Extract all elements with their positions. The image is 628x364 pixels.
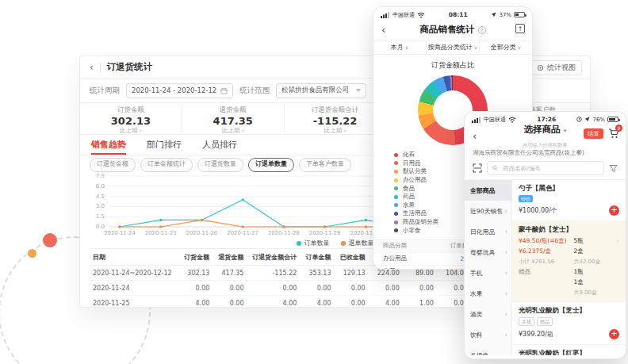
phone1-filter-2[interactable]: 按商品分类统计∨ (427, 40, 480, 54)
title-divider (100, 63, 101, 72)
sidebar-item-水果[interactable]: 水果› (465, 283, 511, 304)
tab-人员排行[interactable]: 人员排行 (202, 135, 237, 155)
product-item[interactable]: 勺子【黑色】特价¥1000.00/个+ (512, 180, 626, 221)
page-title: 订退货统计 (107, 61, 153, 73)
data-point (159, 219, 162, 221)
checkout-button[interactable]: 结算 (584, 128, 603, 139)
metric-pill[interactable]: 下单客户数量 (299, 158, 351, 172)
product-item[interactable]: 蒙牛酸奶【芝士】¥49.50/瓶(=6盒)5瓶›¥6.2375/盒2盒小计 ¥2… (512, 221, 626, 302)
product-item[interactable]: 光明乳业酸奶【芝士】多规赠品¥399.20/箱+ (512, 302, 626, 345)
y-tick-label: 6.0 (96, 183, 105, 190)
product-detail-row: 共9.00盒 (519, 289, 619, 297)
product-tag: 赠品 (537, 317, 553, 326)
sidebar-item-母婴玩具[interactable]: 母婴玩具› (465, 242, 511, 262)
phone1-filter-3[interactable]: 全部分类∨ (480, 40, 532, 54)
back-chevron-icon[interactable]: ‹ (473, 131, 477, 141)
sidebar-item-酒类[interactable]: 酒类› (465, 304, 511, 324)
add-product-button[interactable]: + (609, 205, 619, 216)
search-input[interactable] (501, 164, 599, 173)
back-chevron-icon[interactable]: ‹ (381, 25, 385, 35)
sidebar-item-label: 手机 (470, 269, 483, 278)
product-tags: 多规赠品 (519, 317, 619, 326)
sidebar-item-label: 近90天销售 (470, 207, 503, 216)
chevron-down-icon: ∨ (518, 44, 521, 50)
stat-card: 退货金额417.35比上期 - (182, 103, 285, 134)
chevron-right-icon: › (505, 331, 507, 339)
cellular-signal-icon (381, 12, 390, 18)
wifi-icon (417, 12, 425, 18)
wifi-icon (508, 117, 516, 123)
y-tick-label: 0.0 (96, 224, 105, 230)
y-tick-label: 3.0 (96, 203, 105, 209)
cellular-signal-icon (472, 117, 481, 123)
x-tick-label: 2020-11-29 (307, 230, 343, 236)
product-picker-body: 全部商品近90天销售›日化用品›母婴玩具›手机›水果›酒类›饮料›多规格小单位商… (465, 180, 626, 355)
stat-compare: 比上期 - (285, 127, 386, 135)
column-header: 订货金额 (178, 249, 213, 266)
chevron-down-icon: ▾ (564, 128, 567, 134)
metric-pill[interactable]: 订退货金额 (90, 158, 136, 172)
stat-compare-label: 比上期 (120, 127, 138, 134)
metric-pill[interactable]: 订退单数量 (248, 158, 294, 172)
chevron-right-icon[interactable]: › (613, 238, 619, 245)
legend-label: 退单数量 (349, 239, 374, 247)
y-tick-label: 4.5 (96, 193, 105, 200)
battery-icon (514, 12, 525, 17)
stat-card: 订退货金额合计-115.22比上期 - (285, 103, 387, 134)
scan-icon[interactable] (473, 163, 482, 173)
metric-pill[interactable]: 订单金额统计 (140, 158, 193, 172)
chevron-down-icon (356, 89, 361, 92)
location-arrow-icon (584, 117, 590, 122)
phone1-filter-1[interactable]: 本月∨ (373, 40, 427, 54)
share-icon[interactable]: ↑ (515, 24, 525, 33)
product-name: 蒙牛酸奶【芝士】 (519, 225, 619, 235)
product-tags: 特价 (519, 195, 619, 202)
detail-quantity: 1盒 (573, 278, 613, 286)
table-cell: 4.00 (178, 296, 213, 308)
chevron-down-icon: ∨ (474, 44, 477, 50)
statistics-view-button[interactable]: 统计视图 (530, 60, 582, 75)
detail-quantity: 共9.00盒 (573, 289, 613, 297)
back-icon[interactable]: ‹ (90, 62, 94, 73)
scope-select[interactable]: 松鼠拼拼食品有限公司 (276, 83, 366, 98)
stat-label: 退货金额 (182, 105, 284, 115)
sidebar-item-日化用品[interactable]: 日化用品› (465, 221, 511, 242)
filter-funnel-icon[interactable] (609, 164, 618, 173)
add-product-button[interactable]: + (609, 329, 619, 339)
stat-card: 订货金额302.13比上期 - (80, 103, 182, 134)
category-cell: 办公用品 (383, 255, 438, 262)
sidebar-item-近90天销售[interactable]: 近90天销售› (465, 201, 511, 221)
period-input[interactable]: 2020-11-24 - 2020-12-12 (126, 83, 233, 98)
phone-select-products: 中国联通 17:26 76% ‹ 选择商品 ▾ 自动输入价格和数量 结算 (464, 111, 626, 359)
stat-value: 302.13 (80, 115, 182, 127)
column-header: 订退货金额合计 (247, 249, 300, 266)
product-detail-row: ¥6.2375/盒2盒 (519, 247, 619, 255)
tab-销售趋势[interactable]: 销售趋势 (91, 135, 126, 155)
phone2-title-wrap[interactable]: 选择商品 ▾ 自动输入价格和数量 (523, 121, 568, 149)
sidebar-item-全部商品[interactable]: 全部商品 (465, 180, 511, 201)
table-cell: 2020-11-25 (90, 296, 178, 308)
sidebar-item-手机[interactable]: 手机› (465, 262, 511, 283)
sidebar-item-饮料[interactable]: 饮料› (465, 324, 511, 345)
cart-button[interactable]: 9 (608, 128, 619, 139)
legend-dot (394, 178, 398, 182)
detail-left: ¥49.50/瓶(=6盒) (519, 237, 573, 245)
product-tag: 特价 (519, 195, 533, 202)
calendar-icon (220, 87, 228, 94)
sidebar-item-多规格[interactable]: 多规格 (465, 345, 511, 355)
table-cell: 0.00 (334, 281, 368, 296)
product-name: 光明乳业酸奶【芝士】 (519, 306, 619, 316)
data-point (241, 225, 243, 228)
legend-dot (394, 153, 398, 157)
category-sidebar: 全部商品近90天销售›日化用品›母婴玩具›手机›水果›酒类›饮料›多规格小单位商… (465, 180, 512, 355)
product-item[interactable]: 光明乳业酸奶【红枣】多规赠品促销 (512, 345, 626, 355)
battery-icon (607, 117, 618, 122)
location-arrow-icon (491, 12, 496, 17)
tab-部门排行[interactable]: 部门排行 (147, 135, 182, 155)
product-name: 光明乳业酸奶【红枣】 (519, 349, 619, 355)
help-icon[interactable]: ? (478, 26, 486, 34)
metric-pill[interactable]: 订退货数量 (197, 158, 243, 172)
stat-compare-delta: - (344, 127, 347, 134)
alarm-icon (576, 117, 582, 122)
table-cell: -115.22 (247, 266, 300, 281)
